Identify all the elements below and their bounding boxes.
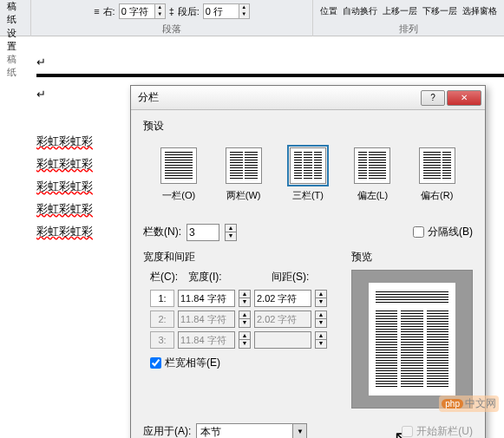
help-button[interactable]: ? — [421, 90, 445, 106]
width-input — [178, 311, 235, 328]
preview-box — [351, 270, 473, 409]
dialog-title: 分栏 — [138, 90, 421, 105]
close-button[interactable]: ✕ — [447, 90, 481, 106]
spacing-after-input[interactable]: ▲▼ — [203, 3, 250, 19]
spacing-after-label: 段后: — [178, 5, 200, 18]
apply-to-dropdown[interactable]: 本节 ▼ — [196, 423, 307, 439]
divider-checkbox[interactable] — [413, 226, 424, 238]
col-header: 栏(C): — [150, 270, 188, 284]
horizontal-rule — [36, 74, 504, 77]
width-spinner[interactable]: ▲▼ — [239, 290, 251, 307]
row-index: 1: — [150, 290, 174, 307]
ribbon-group-arrange: 位置 自动换行 上移一层 下移一层 选择窗格 排列 — [313, 0, 504, 36]
document-text: 彩虹彩虹彩 — [36, 156, 93, 172]
ribbon-group-label: 段落 — [162, 23, 181, 35]
spin-down-icon[interactable]: ▼ — [239, 11, 249, 18]
width-header: 宽度(I): — [188, 270, 272, 284]
preset-right[interactable]: 偏右(R) — [416, 144, 459, 206]
width-section-label: 宽度和间距 — [143, 250, 334, 265]
col-count-input[interactable] — [187, 224, 219, 241]
spacing-spinner: ▲▼ — [315, 331, 327, 349]
document-text: 彩虹彩虹彩 — [36, 201, 93, 217]
spacing-after-icon: ‡ — [169, 6, 174, 16]
ribbon-group-label: 排列 — [399, 23, 418, 35]
spin-up-icon: ▲ — [226, 225, 236, 232]
arrange-item[interactable]: 上移一层 — [383, 5, 417, 17]
dialog-titlebar[interactable]: 分栏 ? ✕ — [131, 86, 485, 110]
start-new-col-checkbox — [402, 426, 413, 437]
width-input[interactable] — [178, 290, 235, 307]
divider-label: 分隔线(B) — [428, 225, 473, 239]
equal-width-checkbox[interactable] — [150, 357, 161, 369]
width-spinner: ▲▼ — [239, 311, 251, 328]
ribbon: 稿纸 设置 稿纸 ≡ 右: ▲▼ ‡ 段后: ▲▼ 段落 位置 自动换行 上移一… — [0, 0, 504, 36]
preset-one[interactable]: 一栏(O) — [157, 144, 200, 206]
ribbon-group-paragraph: ≡ 右: ▲▼ ‡ 段后: ▲▼ 段落 — [31, 0, 313, 36]
arrange-item[interactable]: 位置 — [320, 5, 337, 17]
spin-down-icon[interactable]: ▼ — [154, 11, 165, 18]
indent-right-input[interactable]: ▲▼ — [119, 3, 166, 19]
preset-left[interactable]: 偏左(L) — [350, 144, 394, 206]
spin-down-icon: ▼ — [226, 232, 236, 240]
arrange-item[interactable]: 自动换行 — [343, 5, 377, 17]
spacing-input — [254, 311, 311, 328]
spacing-header: 间距(S): — [272, 270, 309, 284]
indent-right-label: 右: — [103, 5, 115, 18]
arrange-item[interactable]: 下移一层 — [422, 5, 457, 17]
preview-label: 预览 — [351, 250, 473, 265]
spacing-input[interactable] — [254, 290, 311, 307]
spin-up-icon[interactable]: ▲ — [154, 4, 165, 11]
document-text: 彩虹彩虹彩 — [36, 179, 93, 194]
document-text: 彩虹彩虹彩 — [36, 134, 93, 149]
preset-three[interactable]: 三栏(T) — [286, 144, 330, 206]
ribbon-group-paper: 稿纸 设置 稿纸 — [0, 0, 31, 36]
apply-to-label: 应用于(A): — [143, 424, 191, 438]
col-count-spinner[interactable]: ▲▼ — [225, 224, 237, 241]
arrange-item[interactable]: 选择窗格 — [462, 5, 497, 17]
equal-width-label: 栏宽相等(E) — [165, 356, 220, 370]
spin-up-icon[interactable]: ▲ — [239, 4, 249, 11]
width-spinner: ▲▼ — [239, 331, 251, 349]
para-mark: ↵ — [36, 56, 504, 69]
indent-right-icon: ≡ — [94, 6, 99, 16]
chevron-down-icon[interactable]: ▼ — [292, 424, 306, 439]
row-index: 3: — [150, 331, 174, 349]
width-input — [178, 331, 235, 349]
start-new-col-label: 开始新栏(U) — [416, 424, 473, 438]
spacing-spinner: ▲▼ — [315, 311, 327, 328]
spacing-spinner[interactable]: ▲▼ — [315, 290, 327, 307]
presets-row: 一栏(O) 两栏(W) 三栏(T) 偏左(L) 偏右(R) — [143, 139, 473, 214]
row-index: 2: — [150, 311, 174, 328]
presets-label: 预设 — [143, 119, 473, 134]
col-count-label: 栏数(N): — [143, 225, 181, 239]
spacing-input — [254, 331, 311, 349]
columns-dialog: 分栏 ? ✕ 预设 一栏(O) 两栏(W) 三栏(T) 偏左(L) — [130, 85, 486, 438]
document-text: 彩虹彩虹彩 — [36, 224, 93, 239]
watermark: php中文网 — [439, 396, 499, 412]
preset-two[interactable]: 两栏(W) — [222, 144, 265, 206]
